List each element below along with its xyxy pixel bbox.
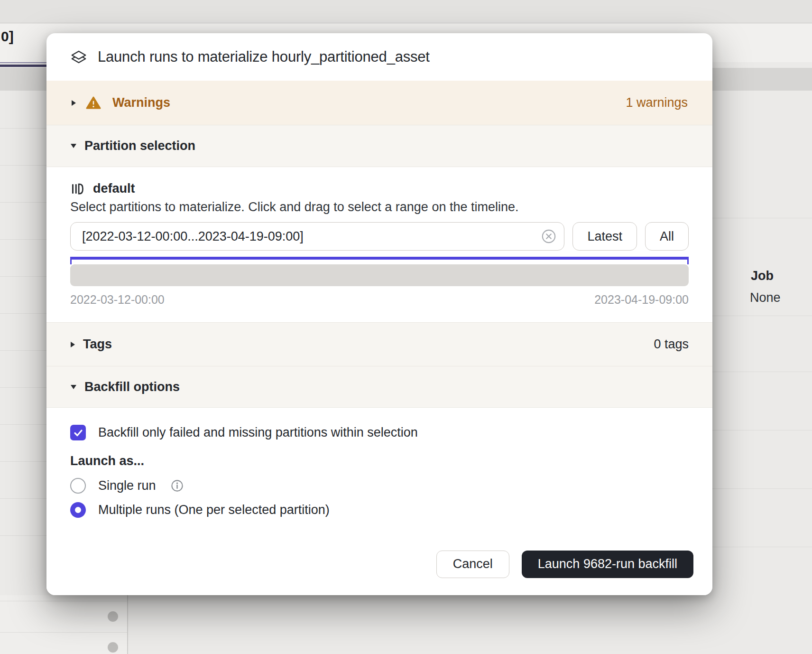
info-icon[interactable] <box>170 479 184 493</box>
partition-instructions: Select partitions to materialize. Click … <box>70 200 689 215</box>
background-row-divider <box>0 202 46 203</box>
partition-range-input-wrap <box>70 222 564 251</box>
background-row-divider <box>0 461 46 462</box>
multiple-runs-radio-row[interactable]: Multiple runs (One per selected partitio… <box>70 502 689 518</box>
dialog-title: Launch runs to materialize hourly_partit… <box>98 48 430 65</box>
background-left-panel <box>0 595 128 654</box>
radio-unchecked-icon[interactable] <box>70 478 86 494</box>
background-row-divider <box>0 350 46 351</box>
background-row-divider <box>0 387 46 388</box>
materialize-layers-icon <box>70 48 87 65</box>
single-run-radio-row[interactable]: Single run <box>70 478 689 494</box>
warning-triangle-icon <box>86 96 101 110</box>
job-column-value: None <box>750 290 781 305</box>
job-column-header: Job <box>751 269 774 283</box>
status-dot-icon <box>108 611 118 622</box>
background-row-divider <box>0 165 46 166</box>
tags-label: Tags <box>83 337 112 352</box>
background-row-divider <box>712 372 812 372</box>
background-tab-underline <box>0 65 46 67</box>
background-row-divider <box>0 632 127 633</box>
background-row-divider <box>0 601 127 601</box>
chevron-down-icon <box>70 384 77 390</box>
status-dot-icon <box>108 642 118 653</box>
tags-section-header[interactable]: Tags 0 tags <box>46 322 712 366</box>
background-row-divider <box>0 276 46 277</box>
backfill-options-label: Backfill options <box>84 380 180 394</box>
radio-checked-icon[interactable] <box>70 502 86 518</box>
tags-count: 0 tags <box>654 337 689 352</box>
background-row-divider <box>0 128 46 129</box>
partition-dimension-name: default <box>93 181 135 196</box>
background-row-divider <box>0 498 46 499</box>
warnings-section-header[interactable]: Warnings 1 warnings <box>46 81 712 125</box>
selected-range-indicator <box>70 257 689 260</box>
partition-dimension-row: default <box>70 181 689 196</box>
checkbox-label: Backfill only failed and missing partiti… <box>98 425 418 440</box>
timeline-end-label: 2023-04-19-09:00 <box>594 293 689 307</box>
partition-timeline[interactable] <box>70 264 689 286</box>
checkbox-checked-icon[interactable] <box>70 425 86 440</box>
background-clipped-text: 0] <box>1 28 14 45</box>
all-button[interactable]: All <box>645 222 689 251</box>
background-row-divider <box>0 313 46 314</box>
backfill-options-section-header[interactable]: Backfill options <box>46 366 712 408</box>
missing-failed-checkbox-row[interactable]: Backfill only failed and missing partiti… <box>70 425 689 440</box>
partition-selection-body: default Select partitions to materialize… <box>46 167 712 322</box>
background-row-divider <box>712 488 812 489</box>
background-tab-underline-light <box>0 62 46 63</box>
timeline-start-label: 2022-03-12-00:00 <box>70 293 165 307</box>
dialog-footer: Cancel Launch 9682-run backfill <box>46 536 712 595</box>
clear-selection-button[interactable] <box>541 228 557 244</box>
chevron-right-icon <box>70 341 75 348</box>
background-row-divider <box>0 535 46 536</box>
chevron-down-icon <box>70 143 77 149</box>
warnings-count: 1 warnings <box>626 95 688 110</box>
warnings-label: Warnings <box>112 95 170 110</box>
launch-backfill-button[interactable]: Launch 9682-run backfill <box>522 551 693 578</box>
timeline-labels: 2022-03-12-00:00 2023-04-19-09:00 <box>70 293 689 307</box>
chevron-right-icon <box>71 100 76 106</box>
background-toolbar <box>0 0 812 23</box>
partition-selection-section-header[interactable]: Partition selection <box>46 125 712 167</box>
launch-as-label: Launch as... <box>70 454 689 468</box>
partition-range-row: Latest All <box>70 222 689 251</box>
circle-x-icon <box>541 228 557 244</box>
multiple-runs-label: Multiple runs (One per selected partitio… <box>98 503 330 517</box>
partition-selection-label: Partition selection <box>84 139 195 153</box>
background-row-divider <box>712 218 812 218</box>
background-row-divider <box>712 547 812 547</box>
background-row-divider <box>0 239 46 240</box>
launch-backfill-dialog: Launch runs to materialize hourly_partit… <box>46 33 712 595</box>
background-row-divider <box>0 424 46 425</box>
background-row-divider <box>712 316 812 316</box>
cancel-button[interactable]: Cancel <box>436 551 509 578</box>
background-row-divider <box>712 430 812 430</box>
single-run-label: Single run <box>98 478 156 493</box>
dialog-header: Launch runs to materialize hourly_partit… <box>46 33 712 81</box>
latest-button[interactable]: Latest <box>572 222 637 251</box>
backfill-options-body: Backfill only failed and missing partiti… <box>46 408 712 536</box>
partition-set-icon <box>70 182 84 196</box>
partition-range-input[interactable] <box>70 222 564 251</box>
